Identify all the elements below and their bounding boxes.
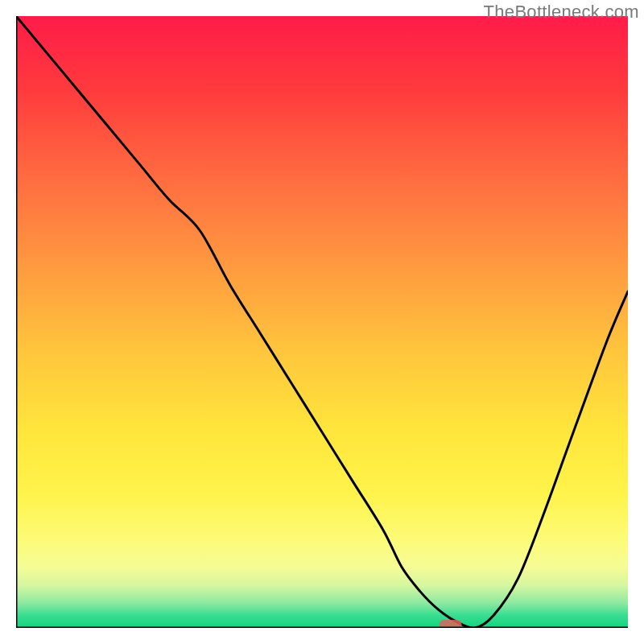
bottleneck-chart [16,16,628,628]
watermark-text: TheBottleneck.com [484,2,639,23]
